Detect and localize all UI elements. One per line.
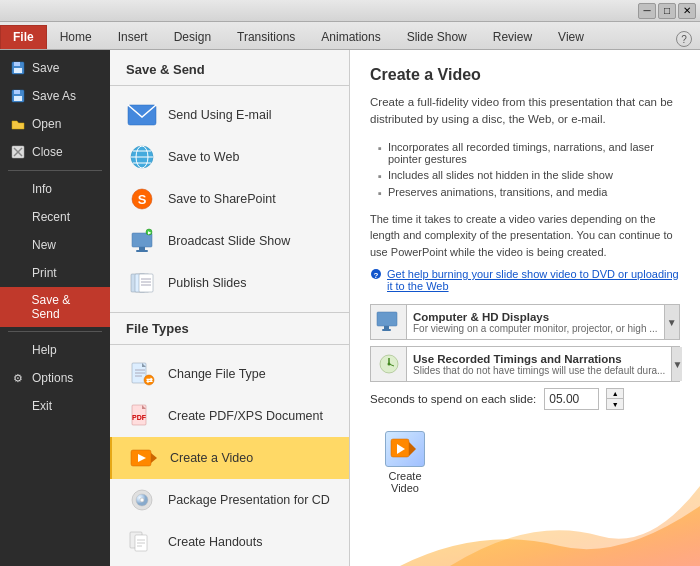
main-container: Save Save As Open Close Info Rec bbox=[0, 50, 700, 566]
sidebar-item-info[interactable]: Info bbox=[0, 175, 110, 203]
help-icon[interactable]: ? bbox=[668, 29, 700, 49]
bullet-3: Preserves animations, transitions, and m… bbox=[378, 184, 680, 201]
ribbon-tabs: File Home Insert Design Transitions Anim… bbox=[0, 22, 700, 50]
help-sidebar-icon bbox=[10, 342, 26, 358]
menu-item-video[interactable]: Create a Video bbox=[110, 437, 349, 479]
menu-item-handouts[interactable]: Create Handouts bbox=[110, 521, 349, 563]
timing-note: The time it takes to create a video vari… bbox=[370, 211, 680, 261]
video-label: Create a Video bbox=[170, 451, 253, 465]
sidebar-label-savesend: Save & Send bbox=[32, 293, 100, 321]
sidebar-item-new[interactable]: New bbox=[0, 231, 110, 259]
timings-dropdown[interactable]: Use Recorded Timings and Narrations Slid… bbox=[370, 346, 680, 382]
display-text: Computer & HD Displays For viewing on a … bbox=[407, 309, 664, 336]
saveas-icon bbox=[10, 88, 26, 104]
broadcast-icon: ▶ bbox=[126, 227, 158, 255]
recent-icon bbox=[10, 209, 26, 225]
menu-item-email[interactable]: Send Using E-mail bbox=[110, 94, 349, 136]
divider-filetypes bbox=[110, 312, 349, 313]
broadcast-label: Broadcast Slide Show bbox=[168, 234, 290, 248]
create-video-button[interactable]: CreateVideo bbox=[370, 424, 440, 501]
menu-item-pdf[interactable]: PDF Create PDF/XPS Document bbox=[110, 395, 349, 437]
video-menu-icon bbox=[128, 444, 160, 472]
tab-insert[interactable]: Insert bbox=[105, 25, 161, 49]
handouts-icon bbox=[126, 528, 158, 556]
divider-filetypes2 bbox=[110, 344, 349, 345]
menu-item-changefile[interactable]: ⇄ Change File Type bbox=[110, 353, 349, 395]
sharepoint-label: Save to SharePoint bbox=[168, 192, 276, 206]
menu-item-web[interactable]: Save to Web bbox=[110, 136, 349, 178]
tab-file[interactable]: File bbox=[0, 25, 47, 49]
display-label: Computer & HD Displays bbox=[413, 311, 658, 323]
web-icon bbox=[126, 143, 158, 171]
sidebar-item-help[interactable]: Help bbox=[0, 336, 110, 364]
spin-up[interactable]: ▲ bbox=[607, 389, 623, 399]
tab-home[interactable]: Home bbox=[47, 25, 105, 49]
sidebar-label-help: Help bbox=[32, 343, 57, 357]
sidebar-divider-2 bbox=[8, 331, 102, 332]
sidebar-label-recent: Recent bbox=[32, 210, 70, 224]
open-icon bbox=[10, 116, 26, 132]
svg-rect-1 bbox=[14, 62, 20, 66]
help-link-icon: ? bbox=[370, 268, 382, 283]
sidebar-label-saveas: Save As bbox=[32, 89, 76, 103]
help-link-text: Get help burning your slide show video t… bbox=[387, 268, 680, 292]
cd-icon bbox=[126, 486, 158, 514]
tab-transitions[interactable]: Transitions bbox=[224, 25, 308, 49]
sidebar-label-exit: Exit bbox=[32, 399, 52, 413]
maximize-button[interactable]: □ bbox=[658, 3, 676, 19]
title-bar: ─ □ ✕ bbox=[0, 0, 700, 22]
sidebar-item-recent[interactable]: Recent bbox=[0, 203, 110, 231]
help-link[interactable]: ? Get help burning your slide show video… bbox=[370, 268, 680, 292]
tab-design[interactable]: Design bbox=[161, 25, 224, 49]
sidebar-item-saveas[interactable]: Save As bbox=[0, 82, 110, 110]
minimize-button[interactable]: ─ bbox=[638, 3, 656, 19]
pdf-icon: PDF bbox=[126, 402, 158, 430]
tab-animations[interactable]: Animations bbox=[308, 25, 393, 49]
seconds-label: Seconds to spend on each slide: bbox=[370, 393, 536, 405]
display-dropdown-arrow[interactable]: ▼ bbox=[664, 305, 679, 339]
display-dropdown[interactable]: Computer & HD Displays For viewing on a … bbox=[370, 304, 680, 340]
menu-item-cd[interactable]: Package Presentation for CD bbox=[110, 479, 349, 521]
svg-rect-53 bbox=[382, 329, 391, 331]
timings-label: Use Recorded Timings and Narrations bbox=[413, 353, 665, 365]
sidebar-item-close[interactable]: Close bbox=[0, 138, 110, 166]
sidebar-label-close: Close bbox=[32, 145, 63, 159]
close-button[interactable]: ✕ bbox=[678, 3, 696, 19]
menu-item-sharepoint[interactable]: S Save to SharePoint bbox=[110, 178, 349, 220]
display-sublabel: For viewing on a computer monitor, proje… bbox=[413, 323, 658, 334]
sidebar-label-open: Open bbox=[32, 117, 61, 131]
sidebar-item-print[interactable]: Print bbox=[0, 259, 110, 287]
tab-view[interactable]: View bbox=[545, 25, 597, 49]
sidebar-item-save[interactable]: Save bbox=[0, 54, 110, 82]
email-label: Send Using E-mail bbox=[168, 108, 272, 122]
svg-text:S: S bbox=[138, 192, 147, 207]
create-video-icon bbox=[385, 431, 425, 467]
spin-buttons: ▲ ▼ bbox=[606, 388, 624, 410]
spin-down[interactable]: ▼ bbox=[607, 399, 623, 409]
timings-dropdown-arrow[interactable]: ▼ bbox=[671, 347, 682, 381]
menu-item-publish[interactable]: Publish Slides bbox=[110, 262, 349, 304]
sidebar: Save Save As Open Close Info Rec bbox=[0, 50, 110, 566]
divider-savesend bbox=[110, 85, 349, 86]
sidebar-item-open[interactable]: Open bbox=[0, 110, 110, 138]
sidebar-label-options: Options bbox=[32, 371, 73, 385]
sidebar-item-options[interactable]: ⚙ Options bbox=[0, 364, 110, 392]
email-icon bbox=[126, 101, 158, 129]
tab-review[interactable]: Review bbox=[480, 25, 545, 49]
seconds-input[interactable] bbox=[544, 388, 599, 410]
tab-slideshow[interactable]: Slide Show bbox=[394, 25, 480, 49]
svg-rect-19 bbox=[136, 250, 148, 252]
sidebar-label-new: New bbox=[32, 238, 56, 252]
sidebar-label-save: Save bbox=[32, 61, 59, 75]
seconds-row: Seconds to spend on each slide: ▲ ▼ bbox=[370, 388, 680, 410]
menu-item-broadcast[interactable]: ▶ Broadcast Slide Show bbox=[110, 220, 349, 262]
middle-panel: Save & Send Send Using E-mail bbox=[110, 50, 350, 566]
sidebar-item-exit[interactable]: Exit bbox=[0, 392, 110, 420]
svg-rect-51 bbox=[377, 312, 397, 326]
svg-rect-24 bbox=[139, 274, 153, 292]
web-label: Save to Web bbox=[168, 150, 239, 164]
pdf-label: Create PDF/XPS Document bbox=[168, 409, 323, 423]
display-icon bbox=[371, 305, 407, 339]
timings-text: Use Recorded Timings and Narrations Slid… bbox=[407, 351, 671, 378]
sidebar-item-savesend[interactable]: Save & Send bbox=[0, 287, 110, 327]
